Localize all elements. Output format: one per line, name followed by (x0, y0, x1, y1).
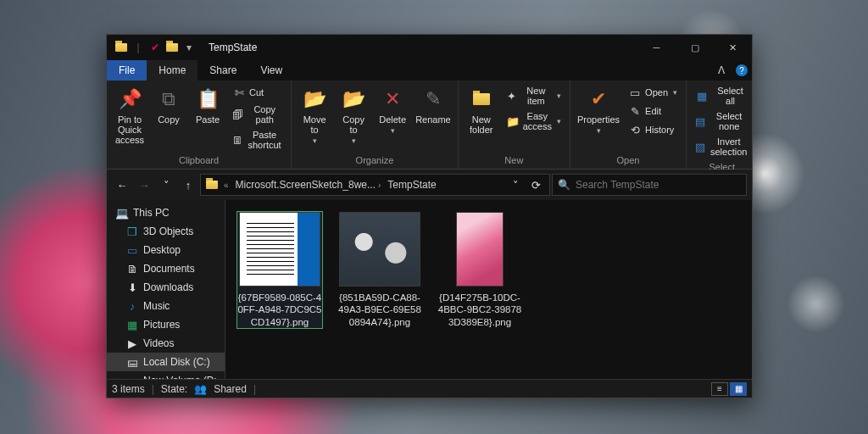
pin-quick-access-button[interactable]: 📌 Pin to Quick access (112, 84, 147, 145)
file-list[interactable]: {67BF9589-085C-40FF-A948-7DC9C5CD1497}.p… (225, 200, 752, 379)
status-bar: 3 items | State: 👥 Shared | ≡ ▦ (107, 379, 752, 398)
tree-this-pc[interactable]: 💻This PC (107, 203, 225, 222)
new-folder-button[interactable]: New folder (464, 84, 499, 135)
folder-icon (204, 177, 220, 192)
properties-button[interactable]: ✔Properties (576, 84, 621, 135)
tab-view[interactable]: View (248, 60, 294, 81)
edit-icon: ✎ (628, 104, 642, 118)
view-icons-button[interactable]: ▦ (730, 382, 747, 396)
file-name: {67BF9589-085C-40FF-A948-7DC9C5CD1497}.p… (237, 292, 322, 328)
checkmark-icon: ✔ (147, 40, 163, 55)
refresh-button[interactable]: ⟳ (526, 175, 546, 195)
cut-icon: ✄ (232, 86, 246, 99)
status-shared: Shared (214, 383, 247, 395)
file-name: {851BA59D-CA88-49A3-B9EC-69E580894A74}.p… (337, 292, 422, 328)
customize-qat-icon[interactable]: ▾ (181, 40, 197, 55)
address-dropdown-button[interactable]: ˅ (505, 175, 526, 195)
breadcrumb-root-chevron[interactable]: « (221, 181, 231, 190)
breadcrumb-segment[interactable]: TempState (385, 179, 438, 191)
rename-icon: ✎ (420, 86, 447, 113)
desktop-icon: ▭ (125, 243, 139, 257)
forward-button[interactable]: → (134, 175, 154, 195)
recent-button[interactable]: ˅ (156, 175, 176, 195)
paste-shortcut-button[interactable]: 🗏Paste shortcut (229, 128, 286, 152)
documents-icon: 🗎 (125, 262, 139, 275)
tree-pictures[interactable]: ▦Pictures (107, 315, 225, 334)
rename-button[interactable]: ✎Rename (414, 84, 453, 125)
explorer-window: | ✔ ▾ TempState ─ ▢ ✕ File Home Share Vi… (106, 34, 753, 398)
copy-path-button[interactable]: 🗐Copy path (229, 103, 286, 126)
newfolder-icon (468, 86, 495, 113)
shortcut-icon: 🗏 (232, 133, 243, 147)
drive-icon: 🖴 (125, 355, 139, 369)
search-input[interactable] (576, 179, 741, 191)
copy-button[interactable]: ⧉ Copy (151, 84, 186, 125)
tab-share[interactable]: Share (198, 60, 248, 81)
file-item[interactable]: {D14F275B-10DC-4BBC-9BC2-398783D389E8}.p… (437, 212, 522, 328)
file-name: {D14F275B-10DC-4BBC-9BC2-398783D389E8}.p… (437, 292, 522, 328)
open-button[interactable]: ▭Open▾ (625, 84, 681, 101)
paste-button[interactable]: 📋 Paste (190, 84, 225, 125)
file-item[interactable]: {851BA59D-CA88-49A3-B9EC-69E580894A74}.p… (337, 212, 422, 328)
nav-tree[interactable]: 💻This PC ❒3D Objects ▭Desktop 🗎Documents… (107, 200, 225, 379)
select-all-button[interactable]: ▦Select all (692, 84, 752, 108)
back-button[interactable]: ← (112, 175, 132, 195)
collapse-ribbon-button[interactable]: ᐱ (711, 60, 732, 81)
group-label: Clipboard (112, 153, 286, 169)
videos-icon: ▶ (125, 337, 139, 350)
separator: | (253, 383, 256, 395)
tree-new-volume-d[interactable]: 🖴New Volume (D: (107, 371, 225, 379)
tree-music[interactable]: ♪Music (107, 297, 225, 315)
tree-local-disk-c[interactable]: 🖴Local Disk (C:) (107, 353, 225, 371)
downloads-icon: ⬇ (125, 281, 139, 294)
folder-icon (114, 40, 129, 55)
delete-button[interactable]: ✕Delete (375, 84, 410, 135)
move-to-button[interactable]: 📂Move to (297, 84, 332, 145)
tree-3d-objects[interactable]: ❒3D Objects (107, 222, 225, 241)
group-clipboard: 📌 Pin to Quick access ⧉ Copy 📋 Paste ✄Cu… (107, 81, 292, 169)
thumbnail (456, 212, 504, 287)
tree-desktop[interactable]: ▭Desktop (107, 241, 225, 259)
paste-icon: 📋 (194, 86, 221, 113)
tree-videos[interactable]: ▶Videos (107, 334, 225, 353)
pictures-icon: ▦ (125, 318, 139, 331)
new-item-button[interactable]: ✦New item▾ (503, 84, 565, 108)
search-box[interactable]: 🔍 (552, 174, 747, 196)
search-icon: 🔍 (558, 179, 570, 191)
easyaccess-icon: 📁 (506, 114, 520, 128)
maximize-button[interactable]: ▢ (676, 35, 714, 60)
thumbnail (239, 212, 320, 287)
cut-button[interactable]: ✄Cut (229, 84, 286, 101)
thumbnail (339, 212, 420, 287)
close-button[interactable]: ✕ (714, 35, 752, 60)
minimize-button[interactable]: ─ (637, 35, 676, 60)
address-bar[interactable]: « Microsoft.ScreenSketch_8we...› TempSta… (200, 174, 550, 196)
up-button[interactable]: ↑ (178, 175, 198, 195)
view-details-button[interactable]: ≡ (711, 382, 728, 396)
group-select: ▦Select all ▤Select none ▨Invert selecti… (687, 81, 757, 169)
help-icon: ? (736, 64, 748, 76)
edit-button[interactable]: ✎Edit (625, 103, 681, 120)
people-icon: 👥 (194, 383, 207, 395)
tree-downloads[interactable]: ⬇Downloads (107, 278, 225, 297)
help-button[interactable]: ? (732, 60, 752, 81)
breadcrumb-segment[interactable]: Microsoft.ScreenSketch_8we...› (233, 179, 384, 191)
tab-file[interactable]: File (107, 60, 147, 81)
easy-access-button[interactable]: 📁Easy access▾ (503, 109, 565, 133)
ribbon: 📌 Pin to Quick access ⧉ Copy 📋 Paste ✄Cu… (107, 81, 752, 170)
tree-documents[interactable]: 🗎Documents (107, 259, 225, 278)
copy-icon: ⧉ (155, 86, 182, 113)
file-item[interactable]: {67BF9589-085C-40FF-A948-7DC9C5CD1497}.p… (237, 212, 322, 328)
invert-selection-button[interactable]: ▨Invert selection (692, 135, 752, 159)
group-organize: 📂Move to 📂Copy to ✕Delete ✎Rename Organi… (292, 81, 459, 169)
copypath-icon: 🗐 (232, 108, 243, 121)
nav-bar: ← → ˅ ↑ « Microsoft.ScreenSketch_8we...›… (107, 170, 752, 200)
history-button[interactable]: ⟲History (625, 121, 681, 138)
item-count: 3 items (112, 383, 145, 395)
tab-home[interactable]: Home (147, 60, 198, 81)
select-none-button[interactable]: ▤Select none (692, 109, 752, 133)
copy-to-button[interactable]: 📂Copy to (336, 84, 371, 145)
newitem-icon: ✦ (506, 89, 517, 103)
history-icon: ⟲ (628, 123, 642, 136)
delete-icon: ✕ (379, 86, 406, 113)
